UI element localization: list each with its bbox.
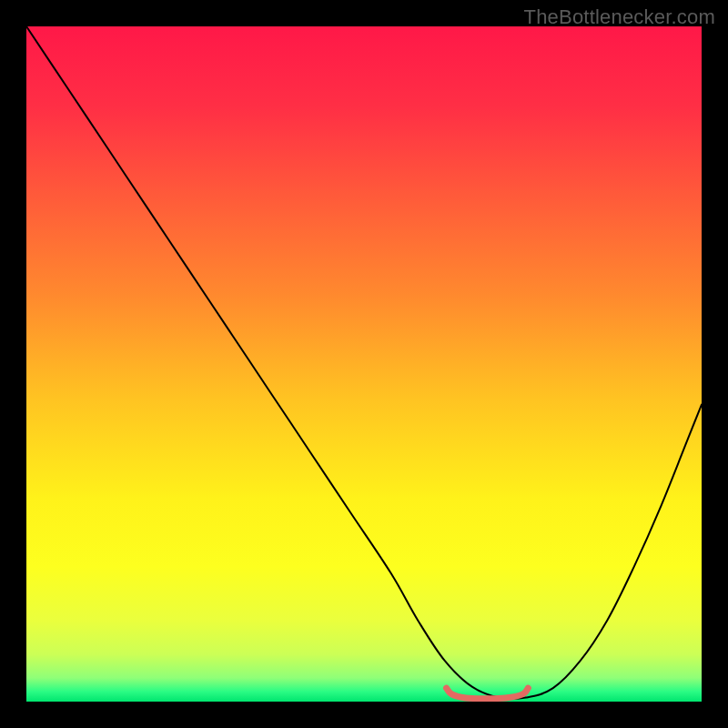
chart-background-gradient (26, 26, 702, 702)
watermark-text: TheBottlenecker.com (524, 5, 715, 29)
chart-plot-area (26, 26, 702, 702)
svg-rect-0 (26, 26, 702, 702)
